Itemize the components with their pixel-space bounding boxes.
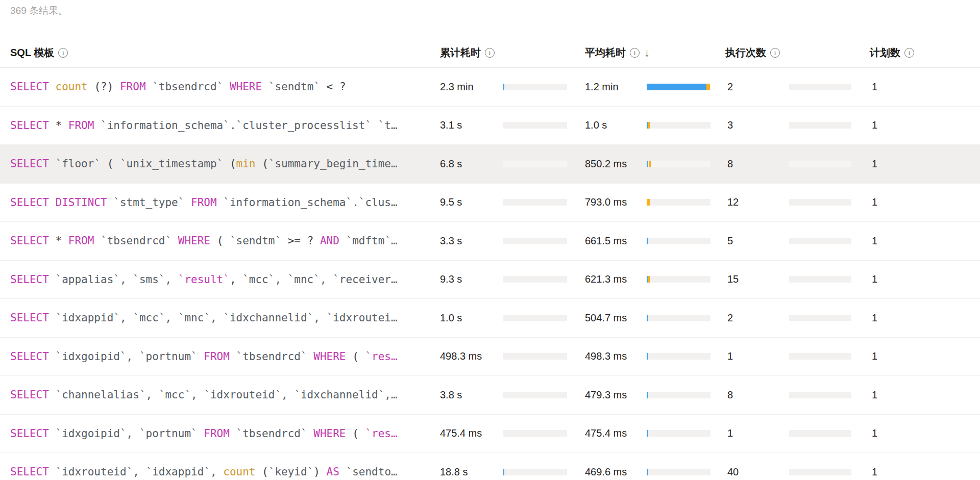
total-latency-value: 3.8 s <box>440 376 500 414</box>
bar-segment-blue <box>647 469 648 475</box>
bar-segment-blue <box>647 430 648 437</box>
sql-token: FROM <box>204 350 230 363</box>
bar-track <box>647 84 710 90</box>
sql-token <box>184 196 191 209</box>
mean-latency-value: 1.2 min <box>585 68 644 106</box>
table-row[interactable]: SELECT `idxgoipid`, `portnum` FROM `tbse… <box>0 338 980 376</box>
table-header: SQL 模板 i 累计耗时 i 平均耗时 i ↓ 执行次数 i 计划数 i <box>0 38 980 68</box>
table-row[interactable]: SELECT * FROM `tbsendrcd` WHERE ( `sendt… <box>0 222 980 261</box>
sql-token <box>49 350 56 363</box>
sql-token: FROM <box>68 119 94 132</box>
sql-token <box>49 312 56 324</box>
column-header-mean-latency[interactable]: 平均耗时 i ↓ <box>585 38 650 67</box>
sql-token: `information_schema`.`clus… <box>223 196 397 209</box>
mean-latency-value: 498.3 ms <box>585 338 644 376</box>
info-icon[interactable]: i <box>904 48 914 58</box>
sql-token: FROM <box>120 81 146 93</box>
sql-token: `mdftm`… <box>346 235 398 247</box>
sql-template-cell: SELECT * FROM `information_schema`.`clus… <box>10 107 425 145</box>
bar-track <box>503 84 567 90</box>
total-latency-value: 9.5 s <box>440 184 500 222</box>
sql-token: `res… <box>365 350 397 363</box>
bar-track <box>647 315 710 321</box>
bar-segment-yellow <box>706 84 710 90</box>
column-label: SQL 模板 <box>10 46 54 60</box>
info-icon[interactable]: i <box>485 48 495 58</box>
sql-token: AND <box>320 235 339 247</box>
sql-token <box>223 81 230 93</box>
sql-token: WHERE <box>313 350 346 363</box>
mean-latency-value: 504.7 ms <box>585 299 644 337</box>
total-latency-bar <box>503 145 567 183</box>
table-row[interactable]: SELECT `idxgoipid`, `portnum` FROM `tbse… <box>0 415 980 453</box>
mean-latency-value: 793.0 ms <box>585 184 644 222</box>
sql-token: count <box>56 81 88 93</box>
column-header-total-latency[interactable]: 累计耗时 i <box>440 38 495 67</box>
total-latency-value: 18.8 s <box>440 453 500 480</box>
sql-template-cell: SELECT `appalias`, `sms`, `result`, `mcc… <box>10 261 425 299</box>
bar-track <box>647 353 710 360</box>
results-count: 369 条结果。 <box>10 4 68 17</box>
mean-latency-bar <box>647 261 710 299</box>
sql-template-cell: SELECT `channelalias`, `mcc`, `idxroutei… <box>10 376 425 414</box>
sql-token: `keyid` <box>268 466 314 478</box>
bar-segment-blue <box>647 392 648 398</box>
sql-token: `tbsendrcd` <box>152 81 223 93</box>
mean-latency-value: 475.4 ms <box>585 415 644 453</box>
bar-segment-blue <box>647 315 648 321</box>
sql-token: SELECT <box>10 119 49 132</box>
sql-token: WHERE <box>313 427 346 440</box>
bar-track <box>789 122 851 129</box>
bar-track <box>789 430 851 437</box>
bar-track <box>503 238 567 244</box>
bar-track <box>647 469 710 475</box>
table-row[interactable]: SELECT * FROM `information_schema`.`clus… <box>0 107 980 145</box>
info-icon[interactable]: i <box>770 48 780 58</box>
column-header-sql-template[interactable]: SQL 模板 i <box>10 38 68 67</box>
sql-token <box>49 466 56 478</box>
info-icon[interactable]: i <box>58 48 68 58</box>
sql-token <box>146 81 153 93</box>
table-row[interactable]: SELECT DISTINCT `stmt_type` FROM `inform… <box>0 184 980 222</box>
sql-token: `unix_timestamp` <box>120 158 223 170</box>
column-header-exec-count[interactable]: 执行次数 i <box>725 38 780 67</box>
mean-latency-bar <box>647 299 710 337</box>
bar-segment-yellow <box>647 199 650 206</box>
bar-segment-yellow <box>648 122 650 129</box>
mean-latency-bar <box>647 338 710 376</box>
table-row[interactable]: SELECT `channelalias`, `mcc`, `idxroutei… <box>0 376 980 415</box>
total-latency-value: 3.1 s <box>440 107 500 145</box>
bar-track <box>789 276 851 283</box>
sql-token: ( <box>101 158 120 170</box>
sql-token: SELECT <box>10 427 49 440</box>
bar-track <box>647 392 710 398</box>
sql-token: ( <box>223 158 236 170</box>
mean-latency-value: 469.6 ms <box>585 453 644 480</box>
sql-token <box>307 350 314 363</box>
sql-token: ( <box>255 466 268 478</box>
sql-token: SELECT <box>10 81 49 93</box>
exec-count-value: 40 <box>727 453 783 480</box>
sql-token: `tbsendrcd` <box>236 350 307 363</box>
column-label: 计划数 <box>870 46 900 60</box>
table-row[interactable]: SELECT `floor` ( `unix_timestamp` (min (… <box>0 145 980 184</box>
plan-count-value: 1 <box>872 107 918 145</box>
sql-token: ( <box>346 350 365 363</box>
column-header-plan-count[interactable]: 计划数 i <box>870 38 914 67</box>
sql-token: AS <box>327 466 339 478</box>
total-latency-bar <box>503 68 567 106</box>
sql-token: ( <box>346 427 365 440</box>
column-label: 累计耗时 <box>440 46 481 60</box>
sql-token: count <box>223 466 255 478</box>
plan-count-value: 1 <box>872 261 918 299</box>
info-icon[interactable]: i <box>630 48 640 58</box>
mean-latency-value: 479.3 ms <box>585 376 644 414</box>
sql-token: SELECT <box>10 466 49 478</box>
sql-token: WHERE <box>230 81 262 93</box>
table-row[interactable]: SELECT count (?) FROM `tbsendrcd` WHERE … <box>0 68 980 107</box>
mean-latency-bar <box>647 415 710 453</box>
sql-token: SELECT <box>10 196 49 209</box>
table-row[interactable]: SELECT `appalias`, `sms`, `result`, `mcc… <box>0 261 980 299</box>
table-row[interactable]: SELECT `idxappid`, `mcc`, `mnc`, `idxcha… <box>0 299 980 338</box>
table-row[interactable]: SELECT `idxrouteid`, `idxappid`, count (… <box>0 453 980 480</box>
